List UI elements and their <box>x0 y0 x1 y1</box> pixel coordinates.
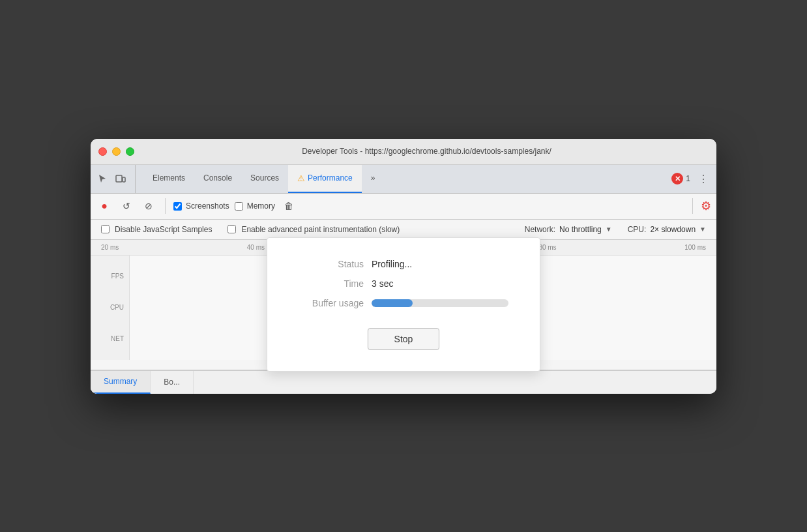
network-dropdown-arrow: ▼ <box>606 226 612 233</box>
svg-rect-0 <box>116 175 122 182</box>
disable-js-label: Disable JavaScript Samples <box>115 225 212 234</box>
tab-console[interactable]: Console <box>194 165 241 193</box>
settings-bar: Disable JavaScript Samples Enable advanc… <box>91 220 716 240</box>
settings-icon[interactable]: ⚙ <box>701 199 711 213</box>
bottom-tabs: Summary Bo... <box>91 370 716 394</box>
screenshots-label: Screenshots <box>186 201 229 211</box>
time-field-label: Time <box>299 278 364 289</box>
status-field-label: Status <box>299 259 364 269</box>
window-title: Developer Tools - https://googlechrome.g… <box>145 147 709 156</box>
settings-right: Network: No throttling ▼ CPU: 2× slowdow… <box>525 225 706 234</box>
memory-label: Memory <box>247 201 275 211</box>
screenshots-checkbox-group: Screenshots <box>173 201 229 211</box>
buffer-field-label: Buffer usage <box>299 298 364 308</box>
device-toggle-icon[interactable] <box>114 172 127 185</box>
time-field-value: 3 sec <box>372 278 393 289</box>
advanced-paint-label: Enable advanced paint instrumentation (s… <box>241 225 400 234</box>
buffer-bar-container <box>372 299 508 307</box>
memory-checkbox-group: Memory <box>235 201 275 211</box>
tab-sources[interactable]: Sources <box>241 165 288 193</box>
stop-button[interactable]: Stop <box>368 328 440 350</box>
cursor-icon[interactable] <box>96 172 109 185</box>
screenshots-checkbox[interactable] <box>173 202 182 211</box>
timeline-area: 20 ms 40 ms 60 ms 80 ms 100 ms FPS CPU N… <box>91 240 716 370</box>
status-row: Status Profiling... <box>299 259 508 269</box>
status-field-value: Profiling... <box>372 259 412 269</box>
minimize-button[interactable] <box>112 147 121 156</box>
toolbar-separator-1 <box>165 198 166 214</box>
devtools-icons <box>96 165 136 193</box>
clear-button[interactable]: ⊘ <box>140 198 157 214</box>
error-icon: ✕ <box>671 173 683 185</box>
time-row: Time 3 sec <box>299 278 508 289</box>
network-label: Network: <box>525 225 555 234</box>
tab-performance[interactable]: ⚠ Performance <box>288 165 362 193</box>
bottom-tab-summary[interactable]: Summary <box>91 371 151 394</box>
tab-more[interactable]: » <box>362 165 385 193</box>
warning-icon: ⚠ <box>297 173 305 183</box>
toolbar-separator-2 <box>692 198 693 214</box>
buffer-row: Buffer usage <box>299 298 508 308</box>
tabs-bar: Elements Console Sources ⚠ Performance »… <box>91 165 716 194</box>
profiling-dialog: Status Profiling... Time 3 sec Buffer us… <box>267 237 540 372</box>
buffer-bar-fill <box>372 299 413 307</box>
advanced-paint-row: Enable advanced paint instrumentation (s… <box>227 225 400 234</box>
disable-js-checkbox[interactable] <box>101 225 110 233</box>
more-options-icon[interactable]: ⋮ <box>696 170 711 188</box>
cpu-value: 2× slowdown <box>650 225 696 234</box>
tabs-right-controls: ✕ 1 ⋮ <box>671 165 711 193</box>
delete-button[interactable]: 🗑 <box>280 198 297 214</box>
maximize-button[interactable] <box>126 147 134 156</box>
devtools-window: Developer Tools - https://googlechrome.g… <box>91 139 716 394</box>
svg-rect-1 <box>123 177 125 182</box>
cpu-control[interactable]: CPU: 2× slowdown ▼ <box>628 225 706 234</box>
cpu-dropdown-arrow: ▼ <box>699 226 706 233</box>
error-badge[interactable]: ✕ 1 <box>671 173 690 185</box>
traffic-lights <box>98 147 134 156</box>
memory-checkbox[interactable] <box>235 202 243 211</box>
advanced-paint-checkbox[interactable] <box>227 225 236 233</box>
close-button[interactable] <box>98 147 107 156</box>
cpu-label: CPU: <box>628 225 647 234</box>
dialog-overlay: Status Profiling... Time 3 sec Buffer us… <box>91 240 716 370</box>
reload-button[interactable]: ↺ <box>118 198 135 214</box>
disable-js-row: Disable JavaScript Samples <box>101 225 212 234</box>
network-value: No throttling <box>559 225 602 234</box>
tab-elements[interactable]: Elements <box>143 165 194 193</box>
record-button[interactable]: ● <box>96 198 113 214</box>
bottom-tab-bo[interactable]: Bo... <box>151 371 194 394</box>
network-control[interactable]: Network: No throttling ▼ <box>525 225 612 234</box>
performance-toolbar: ● ↺ ⊘ Screenshots Memory 🗑 ⚙ <box>91 194 716 220</box>
title-bar: Developer Tools - https://googlechrome.g… <box>91 139 716 165</box>
